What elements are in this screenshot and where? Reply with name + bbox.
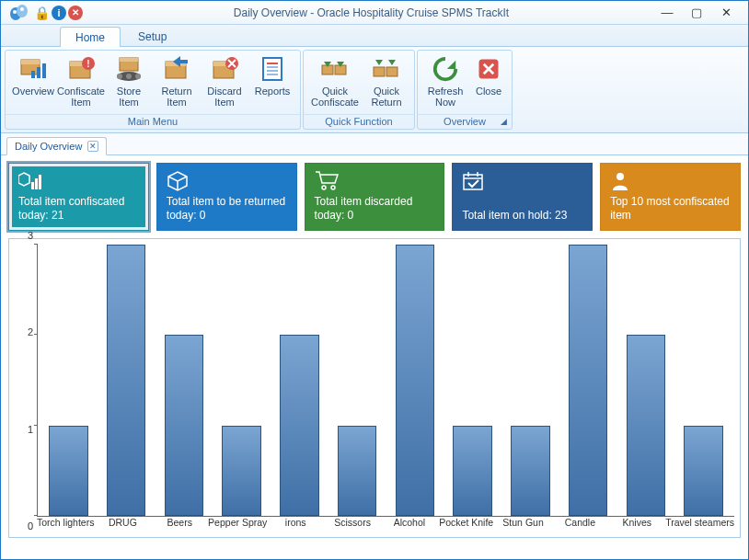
button-label: Quick Return [371,86,401,108]
ribbon-group-overview: Refresh Now Close Overview◢ [417,50,513,130]
button-label: Refresh Now [428,86,464,108]
return-item-button[interactable]: Return Item [153,52,201,112]
x-tick-label: Stun Gun [495,517,552,535]
titlebar-close-icon[interactable]: ✕ [68,6,83,20]
content-area: Total item confiscated today: 21 Total i… [1,155,748,545]
bar [213,245,271,516]
svg-rect-35 [35,178,38,189]
bar [617,245,675,516]
svg-rect-39 [464,175,482,189]
confiscate-item-button[interactable]: ! Confiscate Item [57,52,105,112]
x-tick-label: DRUG [94,517,151,535]
svg-point-2 [13,10,17,14]
x-tick-label: Candle [551,517,608,535]
y-tick-label: 0 [28,520,33,531]
doc-tab-daily-overview[interactable]: Daily Overview ✕ [6,137,107,155]
tab-home[interactable]: Home [60,27,121,47]
reports-button[interactable]: Reports [248,52,296,112]
box-chart-icon [18,54,48,84]
tile-confiscated-today[interactable]: Total item confiscated today: 21 [8,163,149,231]
ribbon-tabstrip: Home Setup [1,25,748,47]
bar [40,245,98,516]
svg-text:!: ! [86,59,89,69]
boxes-down-icon [320,54,350,84]
minimize-button[interactable]: — [660,6,674,19]
store-item-button[interactable]: Store Item [105,52,153,112]
svg-point-18 [135,74,141,79]
svg-rect-24 [263,58,282,80]
person-icon [610,171,731,193]
refresh-now-button[interactable]: Refresh Now [421,52,469,112]
svg-rect-31 [374,67,385,76]
overview-button[interactable]: Overview [9,52,57,112]
tab-setup[interactable]: Setup [122,26,182,46]
svg-point-3 [20,7,24,11]
lock-icon[interactable]: 🔒 [34,6,50,20]
cube-icon [167,171,287,193]
doc-tab-close-icon[interactable]: ✕ [87,141,98,152]
ribbon-group-label: Quick Function [304,114,414,129]
svg-point-16 [117,74,122,79]
button-label: Reports [255,86,291,97]
svg-rect-5 [21,60,40,64]
svg-rect-6 [31,71,35,78]
quick-return-button[interactable]: Quick Return [363,52,410,112]
tile-to-be-returned[interactable]: Total item to be returned today: 0 [156,163,297,231]
svg-rect-8 [42,63,46,78]
bar [559,245,617,516]
x-tick-label: Beers [151,517,208,535]
cart-icon [315,171,435,193]
svg-rect-32 [386,67,398,76]
dialog-launcher-icon[interactable]: ◢ [498,117,509,128]
summary-tiles: Total item confiscated today: 21 Total i… [8,163,741,231]
ribbon-group-main-menu: Overview ! Confiscate Item Store Item Re… [5,50,301,130]
bar [386,245,444,516]
tile-discarded-today[interactable]: Total item discarded today: 0 [305,163,445,231]
bar [674,245,732,516]
report-icon [258,54,287,84]
cube-chart-icon [18,171,139,193]
button-label: Store Item [117,86,141,108]
svg-point-37 [322,186,326,189]
x-tick-label: Pocket Knife [438,517,495,535]
tile-label: Total item discarded today: 0 [315,195,435,223]
ribbon: Overview ! Confiscate Item Store Item Re… [1,47,748,133]
tile-top10[interactable]: Top 10 most confiscated item [600,163,741,231]
x-tick-label: Scissors [324,517,381,535]
button-label: Confiscate Item [57,86,105,108]
bar [444,245,501,516]
svg-point-17 [126,74,132,79]
discard-item-button[interactable]: Discard Item [201,52,248,112]
svg-rect-7 [37,67,40,78]
close-view-button[interactable]: Close [469,52,508,112]
refresh-icon [431,54,460,84]
bar [98,245,156,516]
tile-label: Total item to be returned today: 0 [167,195,287,223]
box-return-icon [162,54,191,84]
app-icon [6,3,32,23]
bar [501,245,559,516]
svg-rect-36 [39,175,41,189]
boxes-up-icon [372,54,401,84]
quick-confiscate-button[interactable]: Quick Confiscate [307,52,363,112]
box-alert-icon: ! [66,54,96,84]
tile-on-hold[interactable]: Total item on hold: 23 [452,163,593,231]
button-label: Discard Item [207,86,241,108]
maximize-button[interactable]: ▢ [689,6,704,19]
calendar-check-icon [462,171,582,193]
tile-label: Total item on hold: 23 [462,209,582,223]
ribbon-group-label: Overview◢ [418,114,512,129]
y-tick-label: 2 [28,326,33,337]
svg-point-43 [616,173,624,180]
svg-rect-14 [120,58,138,62]
x-tick-label: Knives [608,517,665,535]
x-tick-label: Travel steamers [665,517,734,535]
info-icon[interactable]: i [52,6,66,20]
tile-label: Top 10 most confiscated item [610,195,731,223]
box-discard-icon [210,54,239,84]
box-conveyor-icon [114,54,144,84]
x-tick-label: Alcohol [381,517,438,535]
x-tick-label: Torch lighters [37,517,94,535]
ribbon-group-label: Main Menu [6,114,300,129]
close-button[interactable]: ✕ [719,6,733,19]
